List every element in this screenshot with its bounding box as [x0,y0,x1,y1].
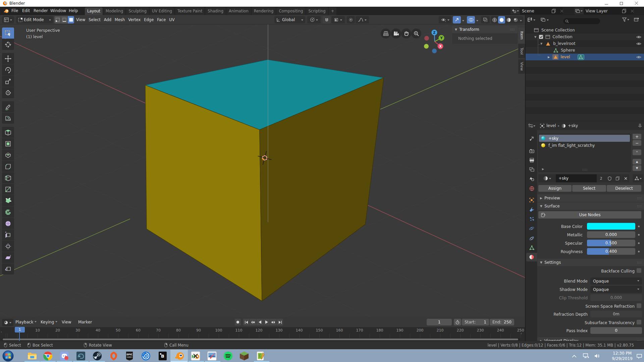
slot-move-up-button[interactable]: ▲ [633,159,641,165]
snap-target-button[interactable] [331,16,345,23]
copy-scene-icon[interactable] [551,9,556,13]
network-icon[interactable] [583,353,589,359]
record-button[interactable] [235,319,241,325]
tab-output[interactable] [526,156,537,165]
deselect-button[interactable]: Deselect [607,185,641,192]
material-specials-button[interactable] [633,174,643,182]
outliner-row-b-levelroot[interactable]: ▼ b_levelroot [526,40,644,47]
taskbar-discord[interactable] [59,351,69,361]
shading-material-button[interactable] [505,16,512,23]
base-color-swatch[interactable] [587,223,635,230]
browse-material-button[interactable] [538,174,556,182]
taskbar-minecraft[interactable] [239,351,249,361]
tool-annotate[interactable] [2,101,14,112]
tool-poly-build[interactable] [2,195,14,206]
tab-particles[interactable] [526,215,537,223]
clip-threshold-slider[interactable]: 0.000 [590,294,642,301]
camera-view-button[interactable] [391,28,401,39]
material-users-count[interactable]: 2 [597,174,605,182]
sidebar-tab-item[interactable]: Item [518,28,525,43]
ruler-ticks[interactable] [0,334,525,338]
tab-compositing[interactable]: Compositing [276,7,305,15]
menu-window[interactable]: Window [48,7,69,15]
scene-name[interactable]: Scene [520,7,563,14]
timeline-collapse-arrow[interactable]: ‹ [521,331,522,335]
roughness-keyframe-dot[interactable] [638,251,640,252]
sidebar-tab-view[interactable]: View [518,59,525,74]
tool-box-select[interactable] [2,27,14,39]
tab-world[interactable] [526,184,537,193]
jump-to-start-button[interactable] [243,319,250,325]
tool-move[interactable] [2,53,14,64]
gizmo-y-neg[interactable] [424,44,429,49]
toggle-perspective-button[interactable] [381,28,391,39]
shading-wireframe-button[interactable] [491,16,498,23]
move-view-button[interactable] [401,28,411,39]
playhead-badge[interactable]: 1 [15,327,25,333]
current-frame-field[interactable]: 1 [427,319,452,325]
maximize-button[interactable] [614,0,629,7]
volume-icon[interactable] [594,353,600,359]
tool-edge-slide[interactable] [2,229,14,240]
use-preview-range-toggle[interactable] [454,319,461,325]
metallic-slider[interactable]: 0.000 [587,231,635,238]
face-select-button[interactable] [68,16,74,23]
sidebar-tab-tool[interactable]: Tool [518,44,525,58]
outliner-row-collection[interactable]: ▼ Collection [526,34,644,40]
add-slot-button[interactable]: + [633,134,641,139]
menu-uv[interactable]: UV [167,15,176,24]
start-button[interactable] [2,350,14,362]
tab-add-workspace[interactable]: + [329,7,337,15]
tab-rendering[interactable]: Rendering [252,7,276,15]
tool-transform[interactable] [2,87,14,98]
hide-icon[interactable] [636,55,641,59]
outliner-row-scene-collection[interactable]: Scene Collection [526,27,644,34]
play-reverse-button[interactable] [257,319,263,325]
transform-panel-header[interactable]: ▼Transform:::: [452,26,518,33]
view-layer-selector[interactable]: View Layer [574,7,634,14]
menu-select[interactable]: Select [87,15,102,24]
tool-shear[interactable] [2,252,14,263]
tab-tool[interactable] [526,134,537,143]
tab-render[interactable] [526,146,537,155]
zoom-view-button[interactable] [411,28,421,39]
blend-mode-dropdown[interactable]: Opaque [590,278,642,285]
gizmo-z-neg[interactable] [432,49,437,53]
preview-panel-header[interactable]: ▶Preview:::: [537,194,644,202]
tab-material[interactable] [526,253,537,261]
tab-scripting[interactable]: Scripting [306,7,328,15]
tray-clock[interactable]: 12:30 PM 9/29/2019 [607,351,637,361]
taskbar-paint[interactable] [207,351,217,361]
outliner-row-sphere[interactable]: Sphere [526,47,644,54]
minimize-button[interactable] [599,0,614,7]
tool-extrude-region[interactable] [2,138,14,149]
pivot-point-button[interactable] [307,16,321,23]
transform-orientation[interactable]: Global [274,16,305,23]
tool-scale[interactable] [2,76,14,87]
menu-vertex[interactable]: Vertex [126,15,142,24]
shading-solid-button[interactable] [498,16,505,23]
material-slot-sky[interactable]: +sky [539,135,630,142]
end-frame-field[interactable]: End:250 [490,319,514,325]
specular-slider[interactable]: 0.500 [587,240,635,246]
close-button[interactable] [629,0,644,7]
pin-icon[interactable] [638,124,642,128]
menu-help[interactable]: Help [66,7,80,15]
slots-grip[interactable]: :::: [582,168,588,171]
surface-panel-header[interactable]: ▼Surface:::: [537,202,644,210]
next-keyframe-button[interactable] [270,319,276,325]
metallic-keyframe-dot[interactable] [638,234,640,236]
settings-panel-header[interactable]: ▼Settings:::: [537,259,644,266]
overlays-toggle[interactable] [467,16,475,23]
play-button[interactable] [263,319,270,325]
tab-view-layer[interactable] [526,165,537,174]
xray-toggle[interactable] [481,16,490,23]
menu-mesh[interactable]: Mesh [113,15,126,24]
timeline-expand-arrow[interactable]: › [1,330,2,334]
outliner-row-level[interactable]: ▶ level [526,54,644,60]
tab-modeling[interactable]: Modeling [103,7,125,15]
tab-constraints[interactable] [526,234,537,243]
new-material-button[interactable] [613,174,622,182]
edge-select-button[interactable] [61,16,67,23]
tool-cursor[interactable] [2,39,14,50]
